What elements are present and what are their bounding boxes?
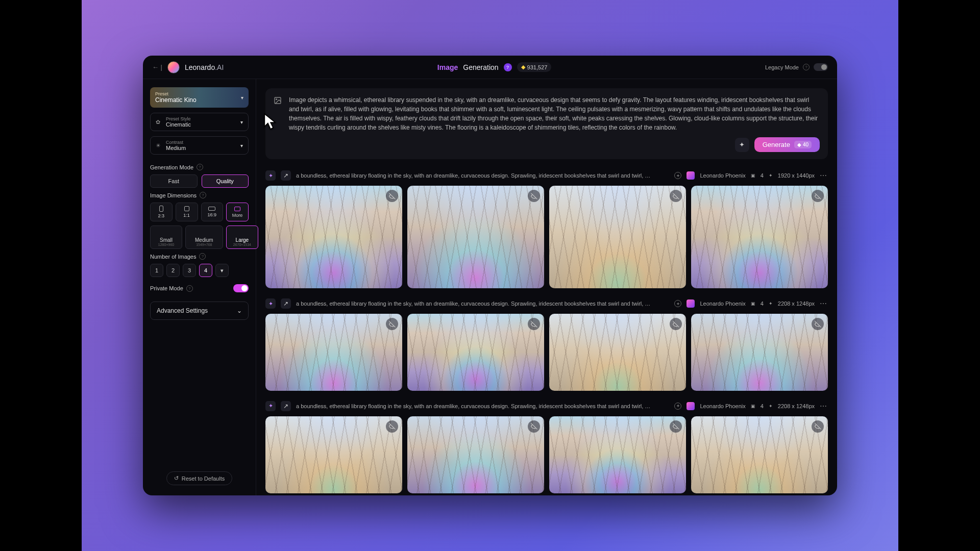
sparkle-icon[interactable]: ✦: [265, 401, 276, 411]
titlebar: ← | Leonardo.AI Image Generation ? ◆ 931…: [143, 56, 837, 79]
hide-icon[interactable]: [386, 190, 398, 202]
generated-image[interactable]: [691, 416, 828, 493]
generation-row: ✦ ↗ a boundless, ethereal library floati…: [265, 401, 828, 493]
add-icon[interactable]: +: [674, 403, 681, 410]
hide-icon[interactable]: [528, 190, 540, 202]
generated-image[interactable]: [407, 314, 544, 391]
info-icon[interactable]: ?: [186, 285, 193, 292]
prompt-textarea[interactable]: Image depicts a whimsical, ethereal libr…: [289, 95, 820, 132]
chevron-down-icon: ▾: [241, 95, 243, 101]
info-icon[interactable]: ?: [803, 64, 810, 70]
generated-image[interactable]: [691, 186, 828, 288]
info-icon[interactable]: ?: [200, 192, 206, 198]
remix-icon[interactable]: ↗: [281, 401, 291, 411]
num-images-label: Number of Images ?: [150, 253, 249, 260]
model-badge-icon: [687, 402, 695, 410]
preset-select[interactable]: Preset Cinematic Kino ▾: [150, 87, 249, 108]
resolution-icon: ✦: [769, 173, 773, 178]
ratio-2-3[interactable]: 2:3: [150, 203, 173, 221]
info-badge-icon[interactable]: ?: [504, 63, 512, 71]
preset-style-select[interactable]: ✿ Preset Style Cinematic ▾: [150, 113, 249, 131]
hide-icon[interactable]: [528, 318, 540, 330]
gen-mode-fast[interactable]: Fast: [150, 174, 198, 188]
generated-image[interactable]: [549, 186, 686, 288]
add-icon[interactable]: +: [674, 172, 681, 179]
more-options-icon[interactable]: ⋯: [820, 402, 828, 410]
more-options-icon[interactable]: ⋯: [820, 171, 828, 180]
ratio-1-1[interactable]: 1:1: [176, 203, 198, 221]
back-icon[interactable]: ← |: [152, 63, 162, 71]
remix-icon[interactable]: ↗: [281, 170, 291, 181]
image-prompt-icon[interactable]: [274, 96, 282, 106]
generated-image[interactable]: [265, 314, 402, 391]
legacy-mode-toggle[interactable]: [814, 63, 828, 71]
generated-image[interactable]: [691, 314, 828, 391]
hide-icon[interactable]: [386, 420, 398, 433]
generate-button[interactable]: Generate ◆ 40: [754, 137, 820, 152]
resolution-icon: ✦: [769, 404, 773, 409]
sparkle-icon[interactable]: ✦: [265, 170, 276, 181]
ratio-more[interactable]: More: [226, 203, 249, 221]
chevron-down-icon: ▾: [240, 143, 243, 148]
user-avatar[interactable]: [167, 61, 180, 73]
sparkle-icon[interactable]: ✦: [265, 298, 276, 309]
add-icon[interactable]: +: [674, 300, 681, 307]
generated-image[interactable]: [265, 186, 402, 288]
row-prompt-preview: a boundless, ethereal library floating i…: [296, 172, 669, 179]
hide-icon[interactable]: [670, 318, 682, 330]
app-window: ← | Leonardo.AI Image Generation ? ◆ 931…: [143, 56, 837, 495]
enhance-prompt-button[interactable]: ✦: [735, 138, 749, 152]
hide-icon[interactable]: [812, 318, 824, 330]
chevron-down-icon: ⌄: [237, 307, 242, 314]
hide-icon[interactable]: [812, 420, 824, 433]
num-1[interactable]: 1: [150, 264, 163, 277]
hide-icon[interactable]: [812, 190, 824, 202]
generated-image[interactable]: [549, 314, 686, 391]
sparkle-icon: ✦: [739, 141, 745, 148]
size-small[interactable]: Small 1280×960: [150, 226, 182, 249]
preset-value: Cinematic Kino: [155, 96, 197, 104]
generated-image[interactable]: [407, 416, 544, 493]
hide-icon[interactable]: [670, 190, 682, 202]
private-mode-toggle[interactable]: [233, 284, 249, 292]
page-title-suffix: Generation: [463, 63, 498, 71]
preset-style-value: Cinematic: [166, 121, 191, 128]
ratio-16-9[interactable]: 16:9: [201, 203, 224, 221]
chevron-down-icon: ▾: [220, 267, 224, 274]
more-options-icon[interactable]: ⋯: [820, 299, 828, 308]
num-2[interactable]: 2: [166, 264, 180, 277]
model-badge-icon: [687, 299, 695, 308]
generation-mode-label: Generation Mode ?: [150, 164, 249, 170]
advanced-settings[interactable]: Advanced Settings ⌄: [150, 302, 249, 320]
generated-image[interactable]: [265, 416, 402, 493]
preset-style-label: Preset Style: [166, 116, 191, 121]
generate-cost: ◆ 40: [794, 141, 812, 148]
hide-icon[interactable]: [386, 318, 398, 330]
hide-icon[interactable]: [670, 420, 682, 433]
image-count-icon: ▣: [751, 301, 755, 306]
remix-icon[interactable]: ↗: [281, 298, 291, 309]
info-icon[interactable]: ?: [197, 164, 203, 170]
legacy-mode-label: Legacy Mode: [765, 64, 799, 70]
size-large[interactable]: Large 2670×1534: [226, 226, 259, 249]
reset-defaults-button[interactable]: ↺ Reset to Defaults: [166, 471, 232, 485]
row-prompt-preview: a boundless, ethereal library floating i…: [296, 300, 669, 307]
generated-image[interactable]: [407, 186, 544, 288]
gen-mode-quality[interactable]: Quality: [202, 174, 249, 188]
num-4[interactable]: 4: [199, 264, 212, 277]
hide-icon[interactable]: [528, 420, 540, 433]
private-mode-label: Private Mode ?: [150, 285, 193, 292]
model-name: Leonardo Phoenix: [700, 172, 745, 179]
num-3[interactable]: 3: [183, 264, 196, 277]
credits-pill[interactable]: ◆ 931,527: [517, 62, 552, 72]
svg-point-1: [276, 99, 277, 100]
info-icon[interactable]: ?: [199, 253, 206, 260]
row-prompt-preview: a boundless, ethereal library floating i…: [296, 403, 669, 409]
image-count: 4: [761, 300, 764, 307]
contrast-select[interactable]: ☀ Contrast Medium ▾: [150, 136, 249, 155]
page-title-prefix: Image: [437, 63, 458, 71]
size-medium[interactable]: Medium 1549×768: [185, 226, 223, 249]
num-more[interactable]: ▾: [215, 264, 229, 277]
image-count: 4: [761, 403, 764, 409]
generated-image[interactable]: [549, 416, 686, 493]
